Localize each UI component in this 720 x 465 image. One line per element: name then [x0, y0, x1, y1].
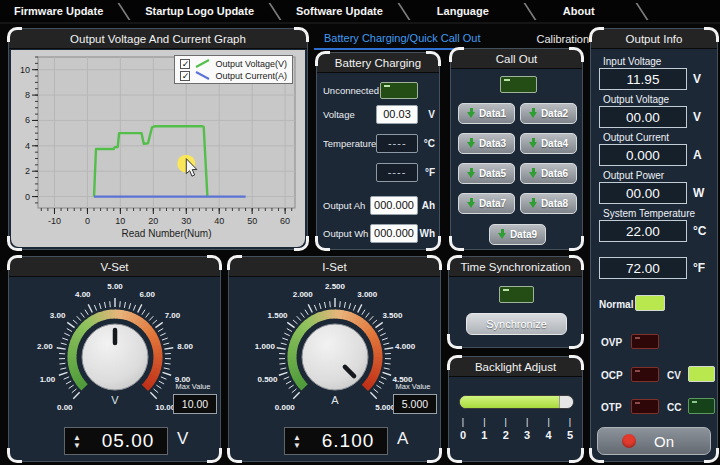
input-voltage-label: Input Voltage [603, 56, 661, 67]
svg-text:1.000: 1.000 [255, 342, 276, 351]
svg-text:50: 50 [247, 216, 257, 226]
data8-button[interactable]: Data8 [520, 193, 577, 214]
otp-indicator-label: OTP [601, 402, 622, 413]
svg-text:8.00: 8.00 [177, 342, 193, 351]
svg-text:3.000: 3.000 [357, 290, 378, 299]
menu-separator [523, 3, 536, 20]
svg-text:0.00: 0.00 [57, 403, 73, 412]
current-series-checkbox[interactable]: ✓ [180, 71, 190, 81]
download-icon [529, 108, 538, 119]
svg-text:3.500: 3.500 [382, 311, 403, 320]
data4-button[interactable]: Data4 [520, 133, 577, 154]
tab-calibration[interactable]: Calibration [527, 30, 600, 49]
time-sync-led [499, 286, 534, 303]
output-power-label: Output Power [603, 170, 664, 181]
menu-separator [118, 3, 131, 20]
vset-panel-title: V-Set [9, 257, 220, 277]
spinner-down-icon[interactable]: ▼ [73, 442, 81, 449]
battery-temp-f-unit: °F [418, 167, 435, 178]
tab-battery-charging[interactable]: Battery Charging/Quick Call Out [314, 29, 491, 50]
svg-text:4.00: 4.00 [75, 290, 91, 299]
battery-status-label: Unconnected [323, 85, 380, 96]
spinner-up-icon[interactable]: ▲ [73, 434, 81, 441]
cc-led [688, 398, 715, 414]
battery-output-ah-field: 000.000 [370, 196, 418, 215]
menu-item-language[interactable]: Language [431, 5, 495, 17]
panel-corner [449, 236, 464, 251]
power-button-label: On [636, 433, 692, 450]
data6-button[interactable]: Data6 [520, 163, 577, 184]
tab-bar: Battery Charging/Quick Call Out Calibrat… [310, 28, 586, 50]
iset-panel-title: I-Set [229, 257, 440, 277]
svg-text:40: 40 [214, 216, 224, 226]
menu-item-software-update[interactable]: Software Update [290, 5, 389, 17]
iset-max-value-field[interactable]: 5.000 [393, 394, 437, 414]
download-icon [467, 168, 476, 179]
menu-item-about[interactable]: About [557, 5, 601, 17]
ocp-led [631, 367, 659, 382]
spinner-up-icon[interactable]: ▲ [293, 434, 301, 441]
battery-temp-f-row: ---- °F [323, 162, 435, 182]
vset-max-value-label: Max Value [165, 382, 221, 391]
system-temp-f-field: 72.00 [599, 257, 687, 279]
input-voltage-field: 11.95 [599, 68, 687, 90]
backlight-slider[interactable] [459, 395, 574, 409]
output-voltage-field: 00.00 [599, 106, 687, 128]
data9-button[interactable]: Data9 [489, 224, 546, 245]
otp-led [631, 399, 659, 414]
battery-output-wh-unit: Wh [418, 228, 435, 239]
input-voltage-unit: V [693, 72, 701, 86]
download-icon [467, 198, 476, 209]
iset-spinner-value[interactable]: 6.100 [309, 430, 387, 452]
battery-temp-c-row: Temperature ---- °C [323, 133, 435, 153]
spinner-down-icon[interactable]: ▼ [293, 442, 301, 449]
svg-text:4: 4 [25, 141, 30, 151]
time-sync-panel: Time Synchronization Synchronize [448, 256, 583, 348]
output-power-field: 00.00 [599, 182, 687, 204]
svg-text:-10: -10 [48, 216, 61, 226]
data2-button[interactable]: Data2 [520, 103, 577, 124]
battery-output-ah-unit: Ah [418, 200, 435, 211]
call-out-panel-title: Call Out [451, 49, 582, 69]
battery-output-wh-row: Output Wh 000.000 Wh [323, 223, 435, 243]
vset-spinner-arrows[interactable]: ▲ ▼ [65, 428, 89, 454]
panel-corner [447, 448, 462, 463]
iset-spinner[interactable]: ▲ ▼ 6.100 [284, 427, 388, 455]
battery-voltage-field: 00.03 [376, 105, 418, 124]
menu-item-startup-logo-update[interactable]: Startup Logo Update [139, 5, 260, 17]
ocp-indicator-label: OCP [601, 370, 623, 381]
backlight-thumb[interactable] [559, 396, 573, 408]
graph-panel: Output Voltage And Current Graph -100102… [8, 28, 308, 250]
svg-text:1.00: 1.00 [40, 375, 56, 384]
call-out-led [500, 76, 537, 93]
synchronize-button[interactable]: Synchronize [466, 313, 567, 335]
voltage-series-checkbox[interactable]: ✓ [180, 59, 190, 69]
cc-indicator-label: CC [667, 402, 681, 413]
backlight-title: Backlight Adjust [449, 357, 582, 377]
vset-spinner[interactable]: ▲ ▼ 05.00 [64, 427, 168, 455]
svg-text:2.000: 2.000 [293, 290, 314, 299]
iset-spinner-arrows[interactable]: ▲ ▼ [285, 428, 309, 454]
time-sync-title: Time Synchronization [449, 257, 582, 277]
vset-unit: V [177, 429, 188, 449]
system-temp-label: System Temperature [603, 208, 695, 219]
battery-voltage-label: Voltage [323, 109, 376, 120]
svg-text:2.500: 2.500 [325, 282, 346, 291]
menu-item-firmware-update[interactable]: Firmware Update [8, 5, 109, 17]
power-on-button[interactable]: On [597, 427, 711, 455]
vset-max-value-field[interactable]: 10.00 [173, 394, 217, 414]
svg-text:10: 10 [115, 216, 125, 226]
chart-area: -1001020304050600246810Read Number(Num) … [11, 50, 305, 247]
vset-spinner-value[interactable]: 05.00 [89, 430, 167, 452]
ovp-indicator-label: OVP [601, 337, 622, 348]
panel-corner [569, 236, 584, 251]
cv-led [688, 366, 715, 382]
data3-button[interactable]: Data3 [458, 133, 515, 154]
iset-panel: I-Set 0.0000.5001.0001.5002.0002.5003.00… [228, 256, 441, 462]
data7-button[interactable]: Data7 [458, 193, 515, 214]
panel-corner [569, 448, 584, 463]
data5-button[interactable]: Data5 [458, 163, 515, 184]
chart-legend: ✓ Output Voltage(V) ✓ Output Current(A) [174, 55, 293, 84]
svg-text:20: 20 [148, 216, 158, 226]
data1-button[interactable]: Data1 [458, 103, 515, 124]
